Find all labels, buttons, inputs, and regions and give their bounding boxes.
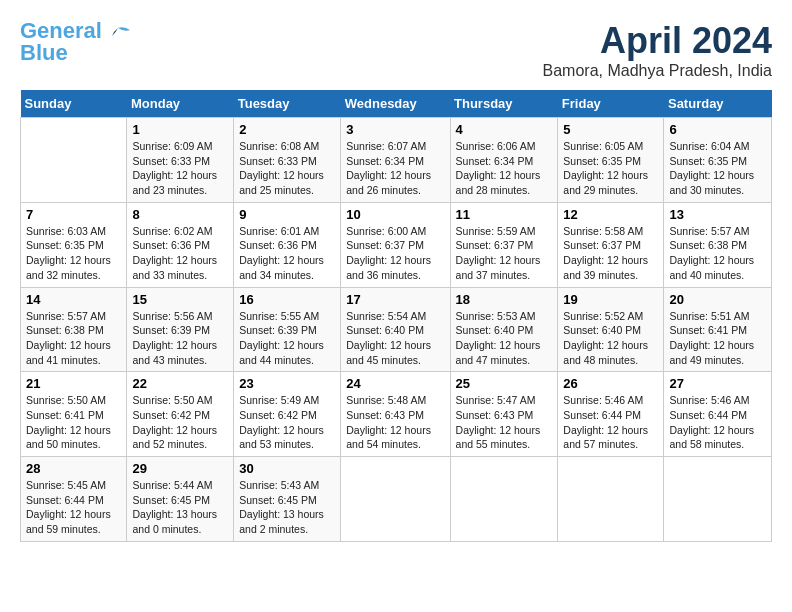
day-number: 22 — [132, 376, 228, 391]
day-header-thursday: Thursday — [450, 90, 558, 118]
day-info: Sunrise: 6:09 AM Sunset: 6:33 PM Dayligh… — [132, 139, 228, 198]
day-number: 25 — [456, 376, 553, 391]
calendar-cell: 29Sunrise: 5:44 AM Sunset: 6:45 PM Dayli… — [127, 457, 234, 542]
calendar-cell: 3Sunrise: 6:07 AM Sunset: 6:34 PM Daylig… — [341, 118, 450, 203]
day-number: 24 — [346, 376, 444, 391]
day-info: Sunrise: 5:43 AM Sunset: 6:45 PM Dayligh… — [239, 478, 335, 537]
day-number: 27 — [669, 376, 766, 391]
day-header-saturday: Saturday — [664, 90, 772, 118]
calendar-cell: 26Sunrise: 5:46 AM Sunset: 6:44 PM Dayli… — [558, 372, 664, 457]
day-number: 6 — [669, 122, 766, 137]
day-info: Sunrise: 6:01 AM Sunset: 6:36 PM Dayligh… — [239, 224, 335, 283]
calendar-cell: 8Sunrise: 6:02 AM Sunset: 6:36 PM Daylig… — [127, 202, 234, 287]
day-number: 26 — [563, 376, 658, 391]
day-header-friday: Friday — [558, 90, 664, 118]
day-number: 29 — [132, 461, 228, 476]
day-info: Sunrise: 5:45 AM Sunset: 6:44 PM Dayligh… — [26, 478, 121, 537]
calendar-cell: 14Sunrise: 5:57 AM Sunset: 6:38 PM Dayli… — [21, 287, 127, 372]
day-number: 16 — [239, 292, 335, 307]
calendar-cell: 30Sunrise: 5:43 AM Sunset: 6:45 PM Dayli… — [234, 457, 341, 542]
day-info: Sunrise: 5:46 AM Sunset: 6:44 PM Dayligh… — [563, 393, 658, 452]
day-info: Sunrise: 5:48 AM Sunset: 6:43 PM Dayligh… — [346, 393, 444, 452]
day-info: Sunrise: 5:50 AM Sunset: 6:41 PM Dayligh… — [26, 393, 121, 452]
day-header-wednesday: Wednesday — [341, 90, 450, 118]
day-info: Sunrise: 5:47 AM Sunset: 6:43 PM Dayligh… — [456, 393, 553, 452]
calendar-cell: 18Sunrise: 5:53 AM Sunset: 6:40 PM Dayli… — [450, 287, 558, 372]
week-row-5: 28Sunrise: 5:45 AM Sunset: 6:44 PM Dayli… — [21, 457, 772, 542]
day-number: 12 — [563, 207, 658, 222]
calendar-cell — [558, 457, 664, 542]
calendar-cell: 4Sunrise: 6:06 AM Sunset: 6:34 PM Daylig… — [450, 118, 558, 203]
day-info: Sunrise: 5:54 AM Sunset: 6:40 PM Dayligh… — [346, 309, 444, 368]
week-row-2: 7Sunrise: 6:03 AM Sunset: 6:35 PM Daylig… — [21, 202, 772, 287]
day-header-monday: Monday — [127, 90, 234, 118]
calendar-cell: 11Sunrise: 5:59 AM Sunset: 6:37 PM Dayli… — [450, 202, 558, 287]
calendar-body: 1Sunrise: 6:09 AM Sunset: 6:33 PM Daylig… — [21, 118, 772, 542]
calendar-cell: 28Sunrise: 5:45 AM Sunset: 6:44 PM Dayli… — [21, 457, 127, 542]
day-info: Sunrise: 5:59 AM Sunset: 6:37 PM Dayligh… — [456, 224, 553, 283]
calendar-cell: 22Sunrise: 5:50 AM Sunset: 6:42 PM Dayli… — [127, 372, 234, 457]
calendar-cell: 27Sunrise: 5:46 AM Sunset: 6:44 PM Dayli… — [664, 372, 772, 457]
day-info: Sunrise: 5:51 AM Sunset: 6:41 PM Dayligh… — [669, 309, 766, 368]
day-info: Sunrise: 6:04 AM Sunset: 6:35 PM Dayligh… — [669, 139, 766, 198]
day-info: Sunrise: 5:44 AM Sunset: 6:45 PM Dayligh… — [132, 478, 228, 537]
day-info: Sunrise: 6:02 AM Sunset: 6:36 PM Dayligh… — [132, 224, 228, 283]
calendar-cell: 16Sunrise: 5:55 AM Sunset: 6:39 PM Dayli… — [234, 287, 341, 372]
calendar-cell: 12Sunrise: 5:58 AM Sunset: 6:37 PM Dayli… — [558, 202, 664, 287]
month-title: April 2024 — [543, 20, 772, 62]
calendar-cell: 6Sunrise: 6:04 AM Sunset: 6:35 PM Daylig… — [664, 118, 772, 203]
calendar-table: SundayMondayTuesdayWednesdayThursdayFrid… — [20, 90, 772, 542]
day-header-sunday: Sunday — [21, 90, 127, 118]
day-number: 17 — [346, 292, 444, 307]
calendar-cell: 13Sunrise: 5:57 AM Sunset: 6:38 PM Dayli… — [664, 202, 772, 287]
day-info: Sunrise: 6:03 AM Sunset: 6:35 PM Dayligh… — [26, 224, 121, 283]
calendar-cell: 5Sunrise: 6:05 AM Sunset: 6:35 PM Daylig… — [558, 118, 664, 203]
calendar-cell: 15Sunrise: 5:56 AM Sunset: 6:39 PM Dayli… — [127, 287, 234, 372]
day-number: 19 — [563, 292, 658, 307]
day-number: 13 — [669, 207, 766, 222]
week-row-3: 14Sunrise: 5:57 AM Sunset: 6:38 PM Dayli… — [21, 287, 772, 372]
calendar-cell: 25Sunrise: 5:47 AM Sunset: 6:43 PM Dayli… — [450, 372, 558, 457]
week-row-4: 21Sunrise: 5:50 AM Sunset: 6:41 PM Dayli… — [21, 372, 772, 457]
day-info: Sunrise: 5:55 AM Sunset: 6:39 PM Dayligh… — [239, 309, 335, 368]
day-info: Sunrise: 6:07 AM Sunset: 6:34 PM Dayligh… — [346, 139, 444, 198]
day-info: Sunrise: 5:46 AM Sunset: 6:44 PM Dayligh… — [669, 393, 766, 452]
location: Bamora, Madhya Pradesh, India — [543, 62, 772, 80]
day-info: Sunrise: 5:56 AM Sunset: 6:39 PM Dayligh… — [132, 309, 228, 368]
day-number: 11 — [456, 207, 553, 222]
day-info: Sunrise: 5:57 AM Sunset: 6:38 PM Dayligh… — [669, 224, 766, 283]
day-header-tuesday: Tuesday — [234, 90, 341, 118]
calendar-cell: 24Sunrise: 5:48 AM Sunset: 6:43 PM Dayli… — [341, 372, 450, 457]
calendar-cell: 7Sunrise: 6:03 AM Sunset: 6:35 PM Daylig… — [21, 202, 127, 287]
day-info: Sunrise: 6:05 AM Sunset: 6:35 PM Dayligh… — [563, 139, 658, 198]
day-number: 3 — [346, 122, 444, 137]
day-number: 8 — [132, 207, 228, 222]
day-number: 1 — [132, 122, 228, 137]
day-info: Sunrise: 5:57 AM Sunset: 6:38 PM Dayligh… — [26, 309, 121, 368]
calendar-cell: 20Sunrise: 5:51 AM Sunset: 6:41 PM Dayli… — [664, 287, 772, 372]
day-info: Sunrise: 6:00 AM Sunset: 6:37 PM Dayligh… — [346, 224, 444, 283]
week-row-1: 1Sunrise: 6:09 AM Sunset: 6:33 PM Daylig… — [21, 118, 772, 203]
day-number: 2 — [239, 122, 335, 137]
day-number: 9 — [239, 207, 335, 222]
day-number: 20 — [669, 292, 766, 307]
day-info: Sunrise: 6:06 AM Sunset: 6:34 PM Dayligh… — [456, 139, 553, 198]
page-header: General Blue April 2024 Bamora, Madhya P… — [20, 20, 772, 80]
day-number: 23 — [239, 376, 335, 391]
calendar-cell: 21Sunrise: 5:50 AM Sunset: 6:41 PM Dayli… — [21, 372, 127, 457]
day-info: Sunrise: 5:49 AM Sunset: 6:42 PM Dayligh… — [239, 393, 335, 452]
logo-bird-icon — [104, 26, 132, 48]
logo: General Blue — [20, 20, 132, 64]
calendar-cell: 2Sunrise: 6:08 AM Sunset: 6:33 PM Daylig… — [234, 118, 341, 203]
title-block: April 2024 Bamora, Madhya Pradesh, India — [543, 20, 772, 80]
calendar-cell — [341, 457, 450, 542]
day-number: 28 — [26, 461, 121, 476]
day-number: 14 — [26, 292, 121, 307]
calendar-cell: 19Sunrise: 5:52 AM Sunset: 6:40 PM Dayli… — [558, 287, 664, 372]
day-info: Sunrise: 6:08 AM Sunset: 6:33 PM Dayligh… — [239, 139, 335, 198]
calendar-cell: 10Sunrise: 6:00 AM Sunset: 6:37 PM Dayli… — [341, 202, 450, 287]
calendar-header-row: SundayMondayTuesdayWednesdayThursdayFrid… — [21, 90, 772, 118]
calendar-cell: 23Sunrise: 5:49 AM Sunset: 6:42 PM Dayli… — [234, 372, 341, 457]
day-info: Sunrise: 5:58 AM Sunset: 6:37 PM Dayligh… — [563, 224, 658, 283]
day-info: Sunrise: 5:52 AM Sunset: 6:40 PM Dayligh… — [563, 309, 658, 368]
